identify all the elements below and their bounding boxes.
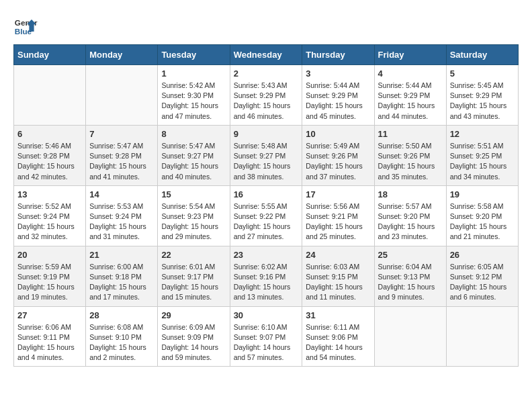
day-info: Sunrise: 5:55 AMSunset: 9:22 PMDaylight:… [234,201,299,242]
calendar-cell: 10Sunrise: 5:49 AMSunset: 9:26 PMDayligh… [302,125,374,185]
day-number: 11 [378,129,443,139]
day-info: Sunrise: 5:57 AMSunset: 9:20 PMDaylight:… [378,201,443,242]
calendar-cell: 13Sunrise: 5:52 AMSunset: 9:24 PMDayligh… [14,185,86,246]
day-number: 12 [450,129,515,139]
day-number: 1 [161,68,226,79]
day-number: 28 [89,310,154,320]
calendar-cell: 31Sunrise: 6:11 AMSunset: 9:06 PMDayligh… [302,306,374,367]
day-info: Sunrise: 5:53 AMSunset: 9:24 PMDaylight:… [89,201,154,242]
calendar-cell: 23Sunrise: 6:02 AMSunset: 9:16 PMDayligh… [230,246,302,306]
day-info: Sunrise: 5:59 AMSunset: 9:19 PMDaylight:… [17,262,82,303]
calendar-cell: 5Sunrise: 5:45 AMSunset: 9:29 PMDaylight… [446,65,518,126]
day-info: Sunrise: 6:09 AMSunset: 9:09 PMDaylight:… [161,322,226,363]
header-row: SundayMondayTuesdayWednesdayThursdayFrid… [14,45,519,65]
calendar-cell: 19Sunrise: 5:58 AMSunset: 9:20 PMDayligh… [446,185,518,246]
weekday-header: Thursday [302,45,374,65]
day-info: Sunrise: 5:45 AMSunset: 9:29 PMDaylight:… [450,81,515,122]
day-number: 30 [234,310,299,320]
day-number: 9 [234,129,299,139]
day-info: Sunrise: 6:00 AMSunset: 9:18 PMDaylight:… [89,262,154,303]
day-number: 4 [378,68,443,79]
day-info: Sunrise: 5:54 AMSunset: 9:23 PMDaylight:… [161,201,226,242]
page-header: General Blue [13,13,519,38]
weekday-header: Wednesday [230,45,302,65]
day-number: 2 [234,68,299,79]
day-number: 25 [378,250,443,260]
calendar-cell: 11Sunrise: 5:50 AMSunset: 9:26 PMDayligh… [374,125,446,185]
calendar-cell: 28Sunrise: 6:08 AMSunset: 9:10 PMDayligh… [86,306,158,367]
calendar-cell: 17Sunrise: 5:56 AMSunset: 9:21 PMDayligh… [302,185,374,246]
day-info: Sunrise: 5:52 AMSunset: 9:24 PMDaylight:… [17,201,82,242]
calendar-cell: 22Sunrise: 6:01 AMSunset: 9:17 PMDayligh… [158,246,230,306]
day-info: Sunrise: 5:56 AMSunset: 9:21 PMDaylight:… [306,201,370,242]
calendar-cell [86,65,158,126]
calendar-cell [374,306,446,367]
day-info: Sunrise: 5:50 AMSunset: 9:26 PMDaylight:… [378,141,443,182]
day-number: 23 [234,250,299,260]
calendar-table: SundayMondayTuesdayWednesdayThursdayFrid… [13,44,519,367]
calendar-cell: 15Sunrise: 5:54 AMSunset: 9:23 PMDayligh… [158,185,230,246]
day-info: Sunrise: 5:49 AMSunset: 9:26 PMDaylight:… [306,141,370,182]
calendar-cell: 18Sunrise: 5:57 AMSunset: 9:20 PMDayligh… [374,185,446,246]
calendar-cell: 27Sunrise: 6:06 AMSunset: 9:11 PMDayligh… [14,306,86,367]
day-info: Sunrise: 5:58 AMSunset: 9:20 PMDaylight:… [450,201,515,242]
calendar-cell: 7Sunrise: 5:47 AMSunset: 9:28 PMDaylight… [86,125,158,185]
day-number: 17 [306,189,370,199]
day-info: Sunrise: 6:02 AMSunset: 9:16 PMDaylight:… [234,262,299,303]
day-info: Sunrise: 6:11 AMSunset: 9:06 PMDaylight:… [306,322,370,363]
calendar-cell: 25Sunrise: 6:04 AMSunset: 9:13 PMDayligh… [374,246,446,306]
calendar-cell: 29Sunrise: 6:09 AMSunset: 9:09 PMDayligh… [158,306,230,367]
day-number: 14 [89,189,154,199]
calendar-cell: 16Sunrise: 5:55 AMSunset: 9:22 PMDayligh… [230,185,302,246]
day-info: Sunrise: 5:44 AMSunset: 9:29 PMDaylight:… [378,81,443,122]
day-number: 31 [306,310,370,320]
calendar-cell: 21Sunrise: 6:00 AMSunset: 9:18 PMDayligh… [86,246,158,306]
day-number: 16 [234,189,299,199]
calendar-cell [14,65,86,126]
calendar-cell: 1Sunrise: 5:42 AMSunset: 9:30 PMDaylight… [158,65,230,126]
day-number: 18 [378,189,443,199]
day-info: Sunrise: 5:43 AMSunset: 9:29 PMDaylight:… [234,81,299,122]
day-number: 22 [161,250,226,260]
calendar-cell: 20Sunrise: 5:59 AMSunset: 9:19 PMDayligh… [14,246,86,306]
day-number: 7 [89,129,154,139]
calendar-week-row: 20Sunrise: 5:59 AMSunset: 9:19 PMDayligh… [14,246,519,306]
day-number: 10 [306,129,370,139]
day-number: 8 [161,129,226,139]
calendar-week-row: 6Sunrise: 5:46 AMSunset: 9:28 PMDaylight… [14,125,519,185]
calendar-week-row: 13Sunrise: 5:52 AMSunset: 9:24 PMDayligh… [14,185,519,246]
weekday-header: Tuesday [158,45,230,65]
logo-icon: General Blue [13,13,38,38]
day-number: 15 [161,189,226,199]
calendar-cell: 3Sunrise: 5:44 AMSunset: 9:29 PMDaylight… [302,65,374,126]
day-info: Sunrise: 5:42 AMSunset: 9:30 PMDaylight:… [161,81,226,122]
weekday-header: Friday [374,45,446,65]
day-info: Sunrise: 6:04 AMSunset: 9:13 PMDaylight:… [378,262,443,303]
day-info: Sunrise: 6:10 AMSunset: 9:07 PMDaylight:… [234,322,299,363]
calendar-cell: 12Sunrise: 5:51 AMSunset: 9:25 PMDayligh… [446,125,518,185]
calendar-cell: 26Sunrise: 6:05 AMSunset: 9:12 PMDayligh… [446,246,518,306]
calendar-cell: 24Sunrise: 6:03 AMSunset: 9:15 PMDayligh… [302,246,374,306]
calendar-week-row: 27Sunrise: 6:06 AMSunset: 9:11 PMDayligh… [14,306,519,367]
calendar-cell: 4Sunrise: 5:44 AMSunset: 9:29 PMDaylight… [374,65,446,126]
calendar-week-row: 1Sunrise: 5:42 AMSunset: 9:30 PMDaylight… [14,65,519,126]
logo: General Blue [13,13,38,38]
calendar-cell: 2Sunrise: 5:43 AMSunset: 9:29 PMDaylight… [230,65,302,126]
day-info: Sunrise: 5:44 AMSunset: 9:29 PMDaylight:… [306,81,370,122]
day-number: 6 [17,129,82,139]
calendar-cell: 9Sunrise: 5:48 AMSunset: 9:27 PMDaylight… [230,125,302,185]
weekday-header: Monday [86,45,158,65]
day-number: 19 [450,189,515,199]
day-info: Sunrise: 6:05 AMSunset: 9:12 PMDaylight:… [450,262,515,303]
day-number: 13 [17,189,82,199]
day-number: 5 [450,68,515,79]
day-number: 27 [17,310,82,320]
day-info: Sunrise: 6:08 AMSunset: 9:10 PMDaylight:… [89,322,154,363]
day-number: 29 [161,310,226,320]
day-number: 3 [306,68,370,79]
calendar-cell [446,306,518,367]
day-info: Sunrise: 5:47 AMSunset: 9:27 PMDaylight:… [161,141,226,182]
day-info: Sunrise: 6:03 AMSunset: 9:15 PMDaylight:… [306,262,370,303]
calendar-cell: 30Sunrise: 6:10 AMSunset: 9:07 PMDayligh… [230,306,302,367]
calendar-cell: 14Sunrise: 5:53 AMSunset: 9:24 PMDayligh… [86,185,158,246]
